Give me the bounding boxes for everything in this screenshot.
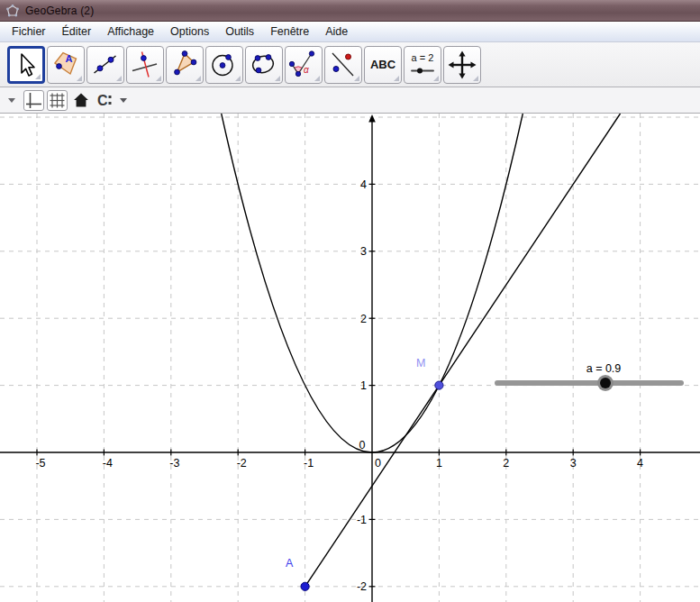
point-capturing-button[interactable]: C: [94, 90, 115, 111]
x-axis-label: 0: [375, 457, 381, 470]
graphics-stylebar: C: [0, 87, 700, 114]
ellipse-icon: [249, 50, 279, 80]
y-axis-label: -1: [357, 514, 367, 526]
menu-item-aide[interactable]: Aide: [317, 23, 356, 41]
axes-icon: [24, 91, 43, 110]
menu-item-outils[interactable]: Outils: [217, 23, 262, 41]
point-capturing-dropdown-icon[interactable]: [120, 98, 127, 103]
perpendicular-line-icon: [130, 50, 160, 80]
x-axis-label: 1: [436, 457, 442, 470]
tool-reflect-button[interactable]: [324, 46, 362, 84]
y-axis-label: 4: [360, 178, 367, 191]
circle-center-point-icon: [209, 50, 240, 80]
menu-item-fenetre[interactable]: Fenêtre: [262, 23, 317, 41]
slider-icon-label: a = 2: [412, 52, 434, 63]
slider-knob[interactable]: [600, 378, 611, 388]
menu-item-affichage[interactable]: Affichage: [99, 23, 162, 41]
slider-tool-icon: a = 2: [407, 50, 438, 80]
y-axis-labels: 4 3 2 1 0 -1 -2: [357, 178, 367, 593]
point-tool-letter: A: [66, 53, 73, 64]
y-axis-label: 2: [360, 313, 367, 325]
tool-slider-button[interactable]: a = 2: [404, 46, 441, 84]
menu-item-editer[interactable]: Éditer: [54, 23, 100, 41]
grid: [0, 114, 700, 602]
grid-icon: [48, 91, 67, 110]
x-axis-label: 2: [503, 457, 509, 470]
x-axis-label: -5: [35, 457, 45, 470]
angle-symbol: α: [304, 64, 309, 74]
y-axis-label: -2: [357, 580, 367, 593]
tool-polygon-button[interactable]: [166, 46, 204, 84]
move-graphics-view-icon: [447, 50, 477, 80]
tool-ellipse-button[interactable]: [245, 46, 283, 84]
line-two-points-icon: [90, 50, 121, 80]
x-axis-label: -1: [304, 457, 314, 470]
text-tool-label: ABC: [370, 58, 395, 71]
tool-point-button[interactable]: A: [47, 46, 85, 84]
stylebar-expand-icon[interactable]: [8, 98, 15, 103]
slider-value-label: a = 0.9: [586, 362, 622, 375]
geogebra-logo-icon: [5, 4, 20, 18]
tool-angle-button[interactable]: α: [285, 46, 323, 84]
point-capturing-magnet-icon: C: [95, 90, 114, 110]
toggle-axes-button[interactable]: [23, 90, 44, 111]
y-axis-label: 3: [360, 245, 367, 258]
x-axis-label: -3: [169, 457, 179, 470]
tool-move-button[interactable]: [7, 46, 45, 84]
point-a[interactable]: [301, 582, 309, 590]
reflect-about-line-icon: [328, 50, 359, 80]
y-axis-label: 1: [360, 379, 367, 392]
default-view-button[interactable]: [70, 90, 92, 111]
point-m[interactable]: [435, 381, 443, 389]
angle-icon: α: [288, 50, 319, 80]
polygon-icon: [169, 50, 200, 80]
titlebar[interactable]: GeoGebra (2): [0, 0, 700, 22]
x-axis: [0, 450, 700, 456]
y-axis: [368, 114, 376, 602]
point-m-label: M: [416, 357, 425, 369]
tool-text-button[interactable]: ABC: [364, 46, 402, 84]
x-axis-label: -4: [103, 457, 113, 470]
slider-a: a = 0.9: [497, 362, 681, 391]
move-arrow-icon: [11, 50, 41, 80]
menubar: Fichier Éditer Affichage Options Outils …: [0, 22, 700, 42]
tool-move-view-button[interactable]: [443, 46, 481, 84]
graphics-view[interactable]: -5 -4 -3 -2 -1 0 1 2 3 4 4 3 2 1 0 -1 -2: [0, 114, 700, 602]
menu-item-fichier[interactable]: Fichier: [4, 23, 54, 41]
toolbar: A: [0, 42, 700, 87]
tool-line-button[interactable]: [86, 46, 124, 84]
home-icon: [72, 91, 90, 109]
x-axis-label: 3: [570, 457, 577, 470]
tool-circle-button[interactable]: [205, 46, 243, 84]
x-axis-labels: -5 -4 -3 -2 -1 0 1 2 3 4: [35, 457, 643, 470]
tool-perpendicular-button[interactable]: [126, 46, 164, 84]
point-a-label: A: [286, 557, 294, 570]
x-axis-label: -2: [237, 457, 247, 470]
point-on-object-icon: A: [50, 50, 81, 80]
window-title: GeoGebra (2): [25, 5, 94, 17]
menu-item-options[interactable]: Options: [162, 23, 217, 41]
toggle-grid-button[interactable]: [47, 90, 68, 111]
capture-icon-letter: C: [97, 93, 108, 108]
x-axis-label: 4: [637, 457, 643, 470]
